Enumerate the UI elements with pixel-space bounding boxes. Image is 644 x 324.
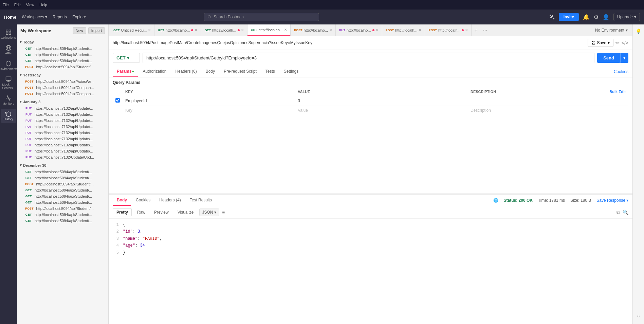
code-button[interactable]: </> <box>622 40 628 46</box>
param-value-input[interactable] <box>298 108 465 113</box>
menu-file[interactable]: File <box>3 3 9 7</box>
search-response-button[interactable]: 🔍 <box>623 210 628 215</box>
history-item[interactable]: PUT https://localhost:7132/api/Update/..… <box>17 118 108 124</box>
tab-close-button[interactable]: ✕ <box>195 28 197 32</box>
user-avatar[interactable]: 👤 <box>603 14 609 20</box>
format-select[interactable]: JSON ▾ <box>199 209 219 216</box>
new-button[interactable]: New <box>73 27 86 34</box>
sidebar-item-environments[interactable]: Environments <box>1 58 16 73</box>
param-value-input[interactable] <box>298 98 465 103</box>
tab-item[interactable]: GET http://localho... ✕ <box>247 24 291 36</box>
method-select[interactable]: GET ▾ <box>113 53 140 63</box>
history-item[interactable]: PUT https://localhost:7132/api/Update/..… <box>17 142 108 148</box>
history-item[interactable]: GET http://localhost:5094/api/Student/..… <box>17 169 108 175</box>
param-description-input[interactable] <box>471 98 604 103</box>
response-format-tab[interactable]: Pretty <box>113 208 132 216</box>
request-tab[interactable]: Authorization <box>139 66 170 77</box>
right-icon-2[interactable]: ↔ <box>635 312 642 320</box>
tab-item[interactable]: PUT http://localho... ✕ <box>336 24 382 36</box>
history-item[interactable]: GET http://localhost:5094/api/Student/..… <box>17 199 108 205</box>
tab-overflow-button[interactable]: ⋯ <box>480 28 490 33</box>
nav-explore[interactable]: Explore <box>72 15 86 19</box>
request-tab[interactable]: Params <box>113 66 138 77</box>
history-group-header[interactable]: ▾Yesterday <box>17 71 108 78</box>
history-item[interactable]: GET http://localhost:5094/api/Student/..… <box>17 187 108 193</box>
bulk-edit-button[interactable]: Bulk Edit <box>609 90 626 94</box>
add-tab-button[interactable]: + <box>472 27 480 33</box>
environment-select[interactable]: No Environment ▾ <box>592 28 631 33</box>
menu-view[interactable]: View <box>26 3 34 7</box>
response-tab[interactable]: Cookies <box>132 195 154 206</box>
save-response-button[interactable]: Save Response ▾ <box>596 198 628 203</box>
history-item[interactable]: POST http://localhost:5094/api/Compan... <box>17 91 108 97</box>
param-key-input[interactable] <box>125 98 292 103</box>
right-icon-1[interactable]: 💡 <box>634 27 643 35</box>
sidebar-item-apis[interactable]: APIs <box>1 43 16 57</box>
history-item[interactable]: PUT https://localhost:7132/Update/Upd... <box>17 154 108 160</box>
menu-edit[interactable]: Edit <box>14 3 21 7</box>
response-tab[interactable]: Test Results <box>186 195 216 206</box>
url-input[interactable] <box>143 53 594 63</box>
history-item[interactable]: POST http://localhost:5094/api/AxiosWe..… <box>17 78 108 85</box>
tab-item[interactable]: POST http://localho... ✕ <box>291 24 336 36</box>
request-tab[interactable]: Headers (6) <box>171 66 201 77</box>
tab-close-button[interactable]: ✕ <box>376 28 379 32</box>
tab-item[interactable]: GET http://localho... ✕ <box>154 24 201 36</box>
history-group-header[interactable]: ▾December 30 <box>17 162 108 169</box>
history-item[interactable]: GET http://localhost:5094/api/Student/..… <box>17 175 108 181</box>
sidebar-item-collections[interactable]: Collections <box>1 27 16 41</box>
request-tab[interactable]: Settings <box>280 66 302 77</box>
notification-icon[interactable]: 🔔 <box>583 14 590 20</box>
request-tab[interactable]: Tests <box>261 66 279 77</box>
send-button[interactable]: Send <box>597 53 620 63</box>
history-item[interactable]: GET http://localhost:5094/api/Student/..… <box>17 58 108 64</box>
response-format-tab[interactable]: Visualize <box>174 209 197 216</box>
cookies-link[interactable]: Cookies <box>614 69 628 74</box>
nav-home[interactable]: Home <box>4 15 16 20</box>
history-item[interactable]: PUT https://localhost:7132/api/Update/..… <box>17 111 108 118</box>
param-checkbox[interactable] <box>115 98 120 103</box>
tab-item[interactable]: POST http://localh... ✕ <box>425 24 472 36</box>
tab-close-button[interactable]: ✕ <box>148 28 151 32</box>
send-arrow-button[interactable]: ▾ <box>620 53 628 63</box>
tab-close-button[interactable]: ✕ <box>465 28 468 32</box>
history-item[interactable]: GET http://localhost:5094/api/Student/..… <box>17 212 108 218</box>
menu-help[interactable]: Help <box>39 3 47 7</box>
copy-response-button[interactable]: ⧉ <box>617 210 620 215</box>
tab-close-button[interactable]: ✕ <box>241 28 244 32</box>
tab-item[interactable]: GET https://localh... ✕ <box>201 24 247 36</box>
save-button[interactable]: Save ▾ <box>588 39 613 47</box>
history-item[interactable]: POST http://localhost:5094/api/Student/.… <box>17 181 108 187</box>
nav-reports[interactable]: Reports <box>53 15 67 19</box>
history-item[interactable]: GET http://localhost:5094/api/Student/..… <box>17 52 108 58</box>
param-key-input[interactable] <box>125 108 292 113</box>
tab-item[interactable]: POST http://localh... ✕ <box>382 24 425 36</box>
nav-workspaces[interactable]: Workspaces ▾ <box>22 15 47 19</box>
wrap-button[interactable]: ≡ <box>221 209 226 216</box>
history-item[interactable]: GET http://localhost:5094/api/Student/..… <box>17 193 108 199</box>
history-item[interactable]: PUT https://localhost:7132/api/Update/..… <box>17 124 108 130</box>
edit-button[interactable]: ✏ <box>615 40 620 46</box>
upgrade-button[interactable]: Upgrade ▾ <box>613 13 640 21</box>
history-item[interactable]: PUT https://localhost:7132/api/Update/..… <box>17 130 108 136</box>
sidebar-item-monitors[interactable]: Monitors <box>1 93 16 107</box>
satellite-icon[interactable]: 🛰 <box>549 14 555 20</box>
response-tab[interactable]: Headers (4) <box>155 195 185 206</box>
search-bar[interactable]: Search Postman <box>204 13 319 21</box>
history-item[interactable]: PUT https://localhost:7132/api/Update/..… <box>17 136 108 142</box>
history-item[interactable]: POST http://localhost:5094/api/Compan... <box>17 85 108 91</box>
response-format-tab[interactable]: Preview <box>151 209 172 216</box>
response-tab[interactable]: Body <box>113 195 131 206</box>
invite-button[interactable]: Invite <box>559 13 579 21</box>
history-group-header[interactable]: ▾January 3 <box>17 98 108 105</box>
param-description-input[interactable] <box>471 108 604 113</box>
import-button[interactable]: Import <box>88 27 105 34</box>
history-item[interactable]: POST http://localhost:5094/api/Student/.… <box>17 205 108 212</box>
tab-item[interactable]: GET Untitled Requ... ✕ <box>110 24 154 36</box>
history-item[interactable]: PUT https://localhost:7132/api/Update/..… <box>17 148 108 154</box>
history-item[interactable]: GET http://localhost:5094/api/Student/..… <box>17 218 108 224</box>
tab-close-button[interactable]: ✕ <box>419 28 421 32</box>
request-tab[interactable]: Pre-request Script <box>220 66 261 77</box>
settings-icon[interactable]: ⚙ <box>594 14 599 20</box>
history-item[interactable]: PUT https://localhost:7132/api/Update/..… <box>17 105 108 111</box>
